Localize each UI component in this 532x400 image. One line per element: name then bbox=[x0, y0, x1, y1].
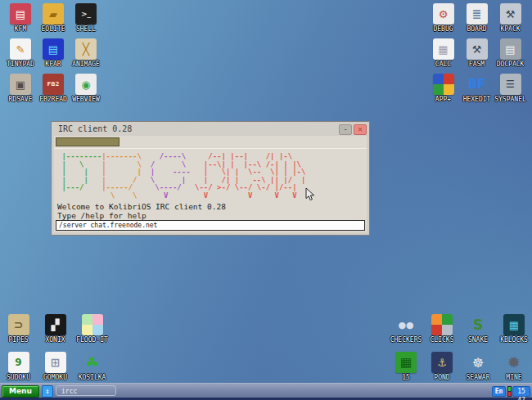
window-title: IRC client 0.28 bbox=[58, 122, 132, 136]
tinypad-icon: ✎ bbox=[10, 38, 31, 60]
taskbar-task-ircc[interactable]: ircc bbox=[56, 385, 116, 396]
icon-label: CLICKS bbox=[431, 337, 454, 344]
rdsave-icon: ▣ bbox=[10, 74, 31, 95]
irc-client-window: IRC client 0.28 - × |--------|-------\ /… bbox=[51, 121, 370, 236]
icon-label: RDSAVE bbox=[9, 97, 33, 103]
desktop-icon-kfar[interactable]: ▤KFAR bbox=[37, 38, 70, 74]
webview-icon: ◉ bbox=[75, 74, 97, 95]
window-switch-icon[interactable]: ↕ bbox=[42, 385, 53, 398]
icon-label: DEBUG bbox=[433, 26, 453, 33]
desktop-icon-kblocks[interactable]: ▦KBLOCKS bbox=[496, 314, 532, 352]
fb2read-icon: FB2 bbox=[43, 74, 64, 95]
status-led-indicator bbox=[507, 386, 512, 397]
minimize-button[interactable]: - bbox=[339, 124, 352, 135]
channel-tab-bar bbox=[54, 136, 367, 149]
menu-button[interactable]: Menu bbox=[2, 385, 39, 398]
icon-label: EOLITE bbox=[42, 26, 65, 33]
desktop-icon-board[interactable]: ≣BOARD bbox=[460, 3, 494, 38]
desktop-icon-hexedit[interactable]: BFHEXEDIT bbox=[460, 74, 494, 109]
calc-icon: ▦ bbox=[433, 38, 454, 60]
hexedit-icon: BF bbox=[467, 74, 488, 95]
fifteen-icon: ▦ bbox=[395, 352, 417, 373]
icon-label: MINE bbox=[506, 375, 521, 381]
desktop-icon-webview[interactable]: ◉WEBVIEW bbox=[70, 74, 102, 109]
icon-label: SNAKE bbox=[468, 337, 488, 344]
icon-label: KBLOCKS bbox=[500, 337, 528, 344]
icon-group-bottom-left: ⊃PIPES▞XONIXFLOOD-IT9SUDOKU⊞GOMOKU☘KOSIL… bbox=[0, 314, 110, 389]
irc-ascii-art: |--------|-------\ /----\ /--| |--| /| |… bbox=[57, 153, 305, 200]
desktop-icon-clicks[interactable]: CLICKS bbox=[424, 314, 460, 352]
checkers-icon: ●● bbox=[395, 314, 417, 335]
desktop-icon-animage[interactable]: ╳ANIMAGE bbox=[70, 38, 102, 74]
desktop-icon-syspanel[interactable]: ☰SYSPANEL bbox=[494, 74, 527, 109]
desktop-icon-xonix[interactable]: ▞XONIX bbox=[37, 314, 74, 352]
desktop-icon-checkers[interactable]: ●●CHECKERS bbox=[388, 314, 424, 352]
status-led-green bbox=[508, 387, 511, 391]
kosilka-icon: ☘ bbox=[82, 352, 103, 373]
desktop-icon-kpack[interactable]: ⚒KPACK bbox=[494, 3, 527, 38]
kolibrios-desktop: ▤KFM▰EOLITE>_SHELL✎TINYPAD▤KFAR╳ANIMAGE▣… bbox=[0, 0, 532, 400]
desktop-icon-pipes[interactable]: ⊃PIPES bbox=[0, 314, 37, 352]
pipes-icon: ⊃ bbox=[8, 314, 29, 335]
animage-icon: ╳ bbox=[75, 38, 97, 60]
icon-label: FLOOD-IT bbox=[76, 337, 108, 344]
icon-label: GOMOKU bbox=[43, 375, 67, 381]
mine-icon: ✹ bbox=[503, 352, 525, 373]
taskbar: Menu ↕ ircc En 15 47 bbox=[0, 383, 532, 400]
help-hint-text: Type /help for help bbox=[57, 211, 147, 220]
clicks-icon bbox=[431, 314, 453, 335]
flood-it-icon bbox=[82, 314, 103, 335]
icon-label: APP+ bbox=[435, 97, 451, 103]
sudoku-icon: 9 bbox=[8, 352, 29, 373]
icon-label: SYSPANEL bbox=[494, 97, 526, 103]
syspanel-icon: ☰ bbox=[500, 74, 521, 95]
icon-label: KFM bbox=[15, 26, 26, 33]
desktop-icon-docpack[interactable]: ▤DOCPACK bbox=[494, 38, 527, 74]
debug-icon: ⚙ bbox=[433, 3, 454, 25]
seawar-icon: ☸ bbox=[467, 352, 489, 373]
close-button[interactable]: × bbox=[354, 124, 367, 135]
desktop-icon-debug[interactable]: ⚙DEBUG bbox=[426, 3, 460, 38]
icon-label: POND bbox=[434, 375, 449, 381]
desktop-icon-fb2read[interactable]: FB2FB2READ bbox=[37, 74, 70, 109]
app-plus-icon bbox=[433, 74, 454, 95]
icon-label: SHELL bbox=[76, 26, 96, 33]
desktop-icon-rdsave[interactable]: ▣RDSAVE bbox=[4, 74, 37, 109]
icon-label: DOCPACK bbox=[497, 61, 525, 68]
eolite-icon: ▰ bbox=[43, 3, 64, 25]
icon-label: PIPES bbox=[8, 337, 28, 344]
kfar-icon: ▤ bbox=[43, 38, 64, 60]
shell-icon: >_ bbox=[75, 3, 97, 25]
icon-label: CALC bbox=[435, 61, 451, 68]
welcome-text: Welcome to KolibriOS IRC client 0.28 bbox=[57, 202, 226, 211]
icon-label: ANIMAGE bbox=[72, 61, 100, 68]
desktop-icon-eolite[interactable]: ▰EOLITE bbox=[37, 3, 70, 38]
desktop-icon-snake[interactable]: SSNAKE bbox=[460, 314, 496, 352]
desktop-icon-calc[interactable]: ▦CALC bbox=[426, 38, 460, 74]
icon-label: SEAWAR bbox=[467, 375, 490, 381]
icon-label: XONIX bbox=[45, 337, 65, 344]
desktop-icon-fasm[interactable]: ⚒FASM bbox=[460, 38, 494, 74]
icon-label: KPACK bbox=[500, 26, 520, 33]
irc-command-input[interactable] bbox=[56, 220, 365, 231]
docpack-icon: ▤ bbox=[500, 38, 521, 60]
server-tab[interactable] bbox=[56, 137, 119, 146]
gomoku-icon: ⊞ bbox=[45, 352, 66, 373]
desktop-icon-tinypad[interactable]: ✎TINYPAD bbox=[4, 38, 37, 74]
window-titlebar[interactable]: IRC client 0.28 - × bbox=[52, 122, 369, 136]
icon-group-top-right: ⚙DEBUG≣BOARD⚒KPACK▦CALC⚒FASM▤DOCPACKAPP+… bbox=[426, 3, 527, 109]
taskbar-clock[interactable]: 15 47 bbox=[512, 386, 530, 397]
icon-label: FASM bbox=[469, 61, 485, 68]
status-led-red bbox=[508, 392, 511, 396]
desktop-icon-kfm[interactable]: ▤KFM bbox=[4, 3, 37, 38]
snake-icon: S bbox=[467, 314, 489, 335]
kfm-icon: ▤ bbox=[10, 3, 31, 25]
keyboard-layout-button[interactable]: En bbox=[492, 386, 506, 397]
desktop-icon-app-plus[interactable]: APP+ bbox=[426, 74, 460, 109]
icon-label: HEXEDIT bbox=[463, 97, 491, 103]
icon-label: WEBVIEW bbox=[72, 97, 100, 103]
icon-label: SUDOKU bbox=[7, 375, 30, 381]
desktop-icon-flood-it[interactable]: FLOOD-IT bbox=[74, 314, 110, 352]
desktop-icon-shell[interactable]: >_SHELL bbox=[70, 3, 102, 38]
fasm-icon: ⚒ bbox=[467, 38, 488, 60]
